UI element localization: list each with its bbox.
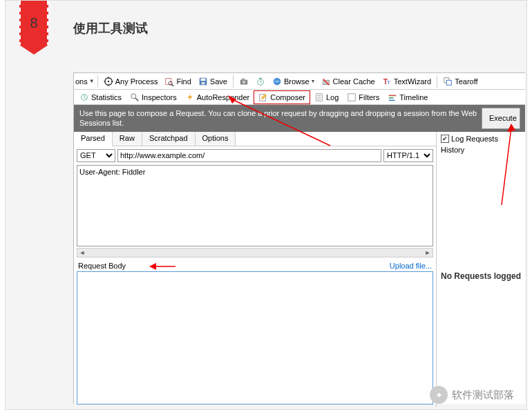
method-select[interactable]: GET: [77, 149, 115, 162]
step-number: 8: [30, 15, 37, 31]
svg-point-1: [107, 80, 109, 82]
watermark: ✦ 软件测试部落: [430, 386, 514, 404]
log-requests-checkbox[interactable]: ✔: [441, 135, 449, 143]
request-body-label: Request Body: [78, 262, 126, 270]
info-strip: Use this page to compose a Request. You …: [74, 105, 525, 132]
side-panel: ✔ Log Requests History No Requests logge…: [437, 132, 525, 407]
url-input[interactable]: [117, 149, 381, 162]
svg-text:T: T: [387, 79, 390, 86]
svg-rect-36: [348, 93, 356, 101]
camera-icon: [239, 77, 249, 86]
tab-composer[interactable]: Composer: [254, 90, 310, 104]
compose-icon: [258, 92, 268, 102]
subtab-options[interactable]: Options: [196, 132, 236, 146]
any-process-button[interactable]: Any Process: [101, 76, 161, 87]
scroll-right-icon[interactable]: ►: [423, 249, 433, 257]
tab-log[interactable]: Log: [310, 91, 343, 104]
tearoff-button[interactable]: Tearoff: [440, 76, 480, 87]
tab-inspectors[interactable]: Inspectors: [126, 91, 181, 104]
browser-icon: [272, 77, 282, 86]
svg-rect-18: [259, 77, 262, 79]
svg-line-28: [84, 97, 86, 99]
screenshot-button[interactable]: [236, 76, 251, 87]
svg-line-8: [172, 84, 174, 86]
svg-line-30: [135, 97, 138, 100]
fiddler-window: ons ▼ Any Process Find Save: [73, 72, 525, 404]
timeline-icon: [388, 92, 397, 102]
tearoff-icon: [443, 77, 453, 86]
target-icon: [104, 77, 113, 86]
request-line: GET HTTP/1.1: [74, 146, 436, 165]
clear-cache-button[interactable]: Clear Cache: [319, 76, 378, 87]
subtab-raw[interactable]: Raw: [113, 132, 142, 146]
headers-textarea[interactable]: User-Agent: Fiddler: [77, 165, 433, 246]
upload-file-link[interactable]: Upload file...: [390, 262, 432, 270]
svg-rect-25: [446, 80, 451, 85]
tab-filters[interactable]: Filters: [343, 91, 383, 104]
textwizard-icon: TT: [382, 77, 392, 86]
main-toolbar: ons ▼ Any Process Find Save: [74, 73, 525, 90]
bolt-icon: [185, 92, 195, 102]
svg-rect-10: [200, 78, 205, 81]
tab-autoresponder[interactable]: AutoResponder: [181, 91, 254, 104]
save-button[interactable]: Save: [196, 76, 230, 87]
info-text: Use this page to compose a Request. You …: [79, 108, 477, 128]
find-button[interactable]: Find: [162, 76, 193, 87]
history-label: History: [441, 146, 521, 154]
tab-timeline[interactable]: Timeline: [383, 91, 432, 104]
svg-rect-11: [201, 81, 205, 84]
log-icon: [314, 92, 324, 102]
execute-button[interactable]: Execute: [482, 108, 520, 129]
http-version-select[interactable]: HTTP/1.1: [383, 149, 433, 162]
find-icon: [164, 77, 174, 86]
clear-cache-icon: [321, 77, 331, 86]
textwizard-button[interactable]: TT TextWizard: [379, 76, 434, 87]
stats-icon: [79, 92, 89, 102]
chevron-down-icon[interactable]: ▼: [89, 78, 95, 84]
wechat-icon: ✦: [430, 386, 448, 404]
browse-button[interactable]: Browse ▾: [269, 76, 317, 87]
timer-button[interactable]: [253, 76, 268, 87]
scroll-left-icon[interactable]: ◄: [77, 249, 87, 257]
filter-icon: [347, 92, 357, 102]
horizontal-scrollbar[interactable]: ◄ ►: [77, 248, 433, 257]
svg-point-29: [131, 93, 136, 98]
clock-icon: [256, 77, 265, 86]
save-icon: [198, 77, 208, 86]
request-body-textarea[interactable]: [77, 271, 433, 405]
no-requests-text: No Requests logged: [441, 271, 521, 281]
subtab-scratchpad[interactable]: Scratchpad: [142, 132, 196, 146]
svg-rect-14: [242, 78, 245, 79]
tab-statistics[interactable]: Statistics: [75, 91, 126, 104]
subtab-parsed[interactable]: Parsed: [74, 132, 113, 146]
view-tabs: Statistics Inspectors AutoResponder Comp…: [74, 90, 525, 105]
step-badge: 8: [19, 1, 48, 56]
composer-subtabs: Parsed Raw Scratchpad Options: [74, 132, 436, 146]
chevron-down-icon: ▾: [312, 78, 314, 84]
inspect-icon: [130, 92, 140, 102]
truncated-text: ons: [75, 77, 88, 86]
page-title: 使用工具测试: [73, 20, 148, 37]
log-requests-label: Log Requests: [451, 135, 498, 143]
svg-point-13: [243, 80, 245, 83]
